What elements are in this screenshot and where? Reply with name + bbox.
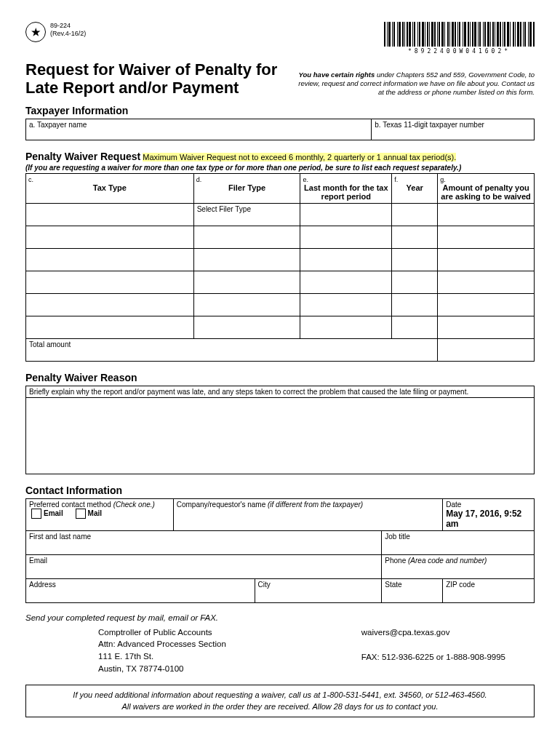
col-g-label: g. bbox=[440, 176, 532, 183]
col-e-text: Last month for the tax report period bbox=[304, 183, 388, 201]
table-row[interactable] bbox=[438, 248, 535, 271]
col-d-label: d. bbox=[196, 176, 298, 183]
table-row[interactable] bbox=[193, 271, 300, 293]
date-label: Date bbox=[446, 501, 461, 509]
logo-block: ★ 89-224 (Rev.4-16/2) bbox=[25, 22, 86, 42]
pref-note: (Check one.) bbox=[113, 501, 155, 509]
contact-table: Preferred contact method (Check one.) Em… bbox=[25, 498, 535, 603]
table-row[interactable] bbox=[300, 293, 392, 316]
reason-heading: Penalty Waiver Reason bbox=[25, 372, 535, 383]
fax-line: FAX: 512-936-6225 or 1-888-908-9995 bbox=[361, 651, 505, 664]
table-row[interactable] bbox=[392, 203, 438, 226]
penalty-note: (If you are requesting a waiver for more… bbox=[25, 164, 535, 172]
penalty-table: c.Tax Type d.Filer Type e.Last month for… bbox=[25, 173, 535, 362]
table-row[interactable] bbox=[300, 248, 392, 271]
header-row: ★ 89-224 (Rev.4-16/2) *8922400W041602* bbox=[25, 22, 535, 55]
addr-line2: Attn: Advanced Processes Section bbox=[98, 638, 226, 650]
state-field[interactable]: State bbox=[382, 578, 443, 602]
col-d-text: Filer Type bbox=[228, 183, 265, 192]
filer-type-select[interactable]: Select Filer Type bbox=[193, 203, 300, 226]
table-row[interactable] bbox=[300, 226, 392, 248]
form-revision: (Rev.4-16/2) bbox=[50, 30, 86, 38]
table-row[interactable] bbox=[26, 203, 194, 226]
page-title: Request for Waiver of Penalty for Late R… bbox=[25, 60, 277, 97]
company-label: Company/requestor's name bbox=[177, 501, 268, 509]
table-row[interactable] bbox=[438, 203, 535, 226]
email-checkbox[interactable] bbox=[31, 509, 41, 519]
table-row[interactable] bbox=[438, 271, 535, 293]
table-row[interactable] bbox=[193, 316, 300, 338]
table-row[interactable] bbox=[26, 226, 194, 248]
email-opt-label: Email bbox=[44, 509, 63, 517]
form-number: 89-224 bbox=[50, 22, 86, 30]
table-row[interactable] bbox=[193, 293, 300, 316]
table-row[interactable] bbox=[193, 226, 300, 248]
table-row[interactable] bbox=[300, 203, 392, 226]
title-line1: Request for Waiver of Penalty for bbox=[25, 60, 277, 79]
send-note: Send your completed request by mail, ema… bbox=[25, 613, 535, 622]
table-row[interactable] bbox=[300, 271, 392, 293]
penalty-section: Penalty Waiver Request Maximum Waiver Re… bbox=[25, 151, 535, 362]
footer-info1: If you need additional information about… bbox=[32, 690, 528, 701]
barcode: *8922400W041602* bbox=[384, 22, 535, 55]
phone-note: (Area code and number) bbox=[408, 557, 487, 565]
date-cell: Date May 17, 2016, 9:52 am bbox=[443, 498, 535, 530]
city-field[interactable]: City bbox=[255, 578, 382, 602]
table-row[interactable] bbox=[26, 271, 194, 293]
title-line2: Late Report and/or Payment bbox=[25, 79, 239, 97]
taxpayer-heading: Taxpayer Information bbox=[25, 105, 535, 116]
waiver-email: waivers@cpa.texas.gov bbox=[361, 626, 505, 639]
address-block: Comptroller of Public Accounts Attn: Adv… bbox=[98, 626, 505, 675]
col-f-text: Year bbox=[407, 183, 423, 192]
col-f-label: f. bbox=[394, 176, 435, 183]
table-row[interactable] bbox=[392, 293, 438, 316]
mail-checkbox[interactable] bbox=[76, 509, 86, 519]
contact-heading: Contact Information bbox=[25, 485, 535, 496]
addr-line1: Comptroller of Public Accounts bbox=[98, 626, 226, 639]
table-row[interactable] bbox=[438, 293, 535, 316]
company-field[interactable]: Company/requestor's name (if different f… bbox=[173, 498, 442, 530]
date-value: May 17, 2016, 9:52 am bbox=[446, 509, 521, 529]
rights-text: You have certain rights under Chapters 5… bbox=[295, 71, 535, 97]
phone-field[interactable]: Phone (Area code and number) bbox=[382, 554, 535, 578]
state-seal-icon: ★ bbox=[25, 22, 46, 42]
mailing-address: Comptroller of Public Accounts Attn: Adv… bbox=[98, 626, 226, 675]
table-row[interactable] bbox=[392, 316, 438, 338]
reason-prompt: Briefly explain why the report and/or pa… bbox=[26, 386, 535, 397]
taxpayer-name-field[interactable]: a. Taxpayer name bbox=[26, 119, 372, 140]
pref-label: Preferred contact method bbox=[29, 501, 113, 509]
barcode-text: *8922400W041602* bbox=[408, 48, 511, 55]
table-row[interactable] bbox=[438, 226, 535, 248]
addr-line3: 111 E. 17th St. bbox=[98, 650, 226, 663]
total-label: Total amount bbox=[26, 338, 438, 361]
job-title-field[interactable]: Job title bbox=[382, 530, 535, 554]
table-row[interactable] bbox=[26, 248, 194, 271]
table-row[interactable] bbox=[392, 226, 438, 248]
table-row[interactable] bbox=[26, 293, 194, 316]
table-row[interactable] bbox=[26, 316, 194, 338]
contact-section: Contact Information Preferred contact me… bbox=[25, 485, 535, 603]
reason-section: Penalty Waiver Reason Briefly explain wh… bbox=[25, 372, 535, 474]
barcode-bars-icon bbox=[384, 22, 535, 47]
table-row[interactable] bbox=[300, 316, 392, 338]
taxpayer-section: Taxpayer Information a. Taxpayer name b.… bbox=[25, 105, 535, 140]
pref-contact-cell: Preferred contact method (Check one.) Em… bbox=[26, 498, 174, 530]
col-g-text: Amount of penalty you are asking to be w… bbox=[441, 183, 531, 201]
table-row[interactable] bbox=[392, 248, 438, 271]
name-field[interactable]: First and last name bbox=[26, 530, 382, 554]
table-row[interactable] bbox=[392, 271, 438, 293]
addr-line4: Austin, TX 78774-0100 bbox=[98, 663, 226, 675]
email-field[interactable]: Email bbox=[26, 554, 382, 578]
penalty-heading: Penalty Waiver Request bbox=[25, 151, 140, 162]
table-row[interactable] bbox=[193, 248, 300, 271]
table-row[interactable] bbox=[438, 316, 535, 338]
footer-info-box: If you need additional information about… bbox=[25, 685, 535, 717]
address-field[interactable]: Address bbox=[26, 578, 255, 602]
taxpayer-table: a. Taxpayer name b. Texas 11-digit taxpa… bbox=[25, 119, 535, 140]
total-amount-field[interactable] bbox=[438, 338, 535, 361]
col-e-label: e. bbox=[303, 176, 389, 183]
zip-field[interactable]: ZIP code bbox=[443, 578, 535, 602]
form-number-block: 89-224 (Rev.4-16/2) bbox=[50, 22, 86, 38]
taxpayer-number-field[interactable]: b. Texas 11-digit taxpayer number bbox=[372, 119, 535, 140]
reason-textarea[interactable] bbox=[26, 397, 535, 474]
